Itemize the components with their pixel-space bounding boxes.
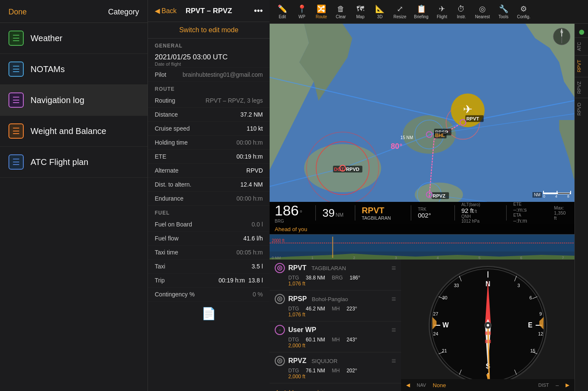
rpvz-mh-val: 202° (346, 368, 357, 374)
nav-ete-label: ETE (513, 202, 521, 207)
next-chevron-icon[interactable]: ▶ (566, 382, 569, 388)
toolbar-route[interactable]: 🔀 Route (312, 3, 331, 21)
toolbar-3d[interactable]: 📐 3D (371, 3, 389, 21)
user-pln: 2,000 ft (275, 343, 396, 349)
wp-rpsp[interactable]: RPSP Bohol-Panglao ≡ DTG 46.2 NM MH 223°… (270, 290, 401, 321)
nearest-label: Nearest (475, 14, 490, 19)
toolbar-clear[interactable]: 🗑 Clear (332, 3, 350, 21)
briefing-icon: 📋 (417, 4, 426, 14)
svg-text:5: 5 (478, 256, 480, 260)
nav-max-label: Max: 1,350 ft (554, 205, 569, 221)
add-waypoint-button[interactable]: + Add a waypoint (270, 383, 401, 391)
toolbar-config[interactable]: ⚙ Config. (514, 3, 534, 21)
user-drag-icon[interactable]: ≡ (391, 326, 396, 335)
toolbar-map[interactable]: 🗺 Map (351, 3, 370, 21)
sidebar-item-notams[interactable]: ☰ NOTAMs (0, 54, 148, 85)
prev-chevron-icon[interactable]: ◀ (406, 382, 410, 388)
rs-rpvz[interactable]: RPVZ (575, 77, 588, 98)
sidebar-item-weight[interactable]: ☰ Weight and Balance (0, 116, 148, 147)
rs-atc[interactable]: ATC (575, 37, 588, 55)
add-waypoint-plus-icon: + (275, 388, 280, 391)
svg-text:27: 27 (433, 311, 438, 316)
user-name: User WP (288, 326, 316, 334)
pdf-button[interactable]: 📄 (148, 302, 270, 326)
rpvt-drag-icon[interactable]: ≡ (391, 264, 396, 273)
svg-text:RPVD: RPVD (346, 167, 359, 172)
svg-text:9: 9 (539, 311, 542, 316)
wp-label: WP (298, 14, 305, 19)
contingency-value: 0 % (253, 291, 263, 298)
toolbar-resize[interactable]: ⤢ Resize (390, 3, 410, 21)
svg-text:1: 1 (311, 256, 313, 260)
rs-rpvt[interactable]: RPVT (575, 55, 588, 76)
category-label: Category (108, 8, 139, 17)
nav-div2 (355, 205, 355, 221)
weather-icon: ☰ (8, 31, 24, 46)
toolbar-tools[interactable]: 🔧 Tools (494, 3, 513, 21)
profile-strip: 2000 ft 0 NM 1 2 3 4 5 6 7 (270, 234, 574, 260)
alternate-value: RPVD (246, 167, 263, 174)
fob-value: 0.0 l (252, 221, 263, 228)
wp-rpvz[interactable]: RPVZ SIQUIJOR ≡ DTG 76.1 NM MH 202° 2,00… (270, 352, 401, 383)
route-section-label: ROUTE (148, 82, 270, 94)
svg-text:6: 6 (520, 256, 522, 260)
back-label: Back (162, 7, 177, 15)
atc-label: ATC Flight plan (31, 157, 88, 167)
toolbar-wp[interactable]: 📍 WP (293, 3, 311, 21)
nearest-icon: ◎ (479, 4, 486, 14)
toolbar-edit[interactable]: ✏️ Edit (273, 3, 292, 21)
sidebar-item-atc[interactable]: ☰ ATC Flight plan (0, 147, 148, 178)
nav-eta-value: –:h:m (513, 218, 527, 224)
nav-brg-label: BRG (275, 219, 284, 223)
resize-icon: ⤢ (397, 4, 403, 14)
navlog-label: Navigation log (31, 95, 84, 105)
edit-mode-button[interactable]: Switch to edit mode (148, 22, 270, 39)
bottom-area: RPVT TAGBILARAN ≡ DTG 38.8 NM BRG 186° 1… (270, 260, 574, 391)
map-area[interactable]: ✈ 80° 15 NM RPVT RPSP BHL (270, 24, 574, 202)
flight-icon: ✈ (439, 4, 445, 14)
svg-text:0 NM: 0 NM (272, 256, 281, 260)
done-button[interactable]: Done (8, 8, 27, 17)
sidebar-item-navlog[interactable]: ☰ Navigation log (0, 85, 148, 116)
rpsp-drag-icon[interactable]: ≡ (391, 295, 396, 304)
nav-destination-sub: TAGBILARAN (362, 215, 391, 221)
nav-div5 (506, 205, 507, 221)
rpvt-pln: 1,076 ft (275, 281, 396, 287)
rpvt-icon (275, 263, 285, 273)
rpsp-subname: Bohol-Panglao (312, 296, 348, 302)
wp-user[interactable]: ○ User WP ≡ DTG 60.1 NM MH 243° 2,000 ft (270, 321, 401, 352)
fuel-flow-label: Fuel flow (155, 235, 178, 242)
weight-icon: ☰ (8, 123, 24, 139)
toolbar-flight[interactable]: ✈ Flight (432, 3, 451, 21)
toolbar-instr[interactable]: ⏱ Instr. (452, 3, 471, 21)
sidebar-item-weather[interactable]: ☰ Weather (0, 23, 148, 54)
back-button[interactable]: ◀ Back (155, 7, 177, 15)
clear-label: Clear (336, 14, 346, 19)
ete-value: 00:19 h:m (237, 153, 263, 160)
fob-label: Fuel on Board (155, 221, 192, 228)
svg-text:E: E (528, 321, 532, 329)
atc-icon: ☰ (8, 154, 24, 170)
user-mh-val: 243° (346, 337, 357, 343)
nav-qnh-value: 1012 hPa (461, 219, 479, 223)
taxi-time-label: Taxi time (155, 249, 178, 256)
wp-rpvt[interactable]: RPVT TAGBILARAN ≡ DTG 38.8 NM BRG 186° 1… (270, 260, 401, 290)
pilot-value: brainhubtesting01@gmail.com (183, 71, 263, 78)
routing-row: Routing RPVT – RPVZ, 3 legs (148, 94, 270, 108)
toolbar-nearest[interactable]: ◎ Nearest (471, 3, 493, 21)
contingency-row: Contingency % 0 % (148, 288, 270, 302)
endurance-value: 00:00 h:m (237, 195, 263, 202)
right-sidebar: ATC RPVT RPVZ RPVD (574, 24, 588, 391)
endurance-row: Endurance 00:00 h:m (148, 192, 270, 206)
distance-row: Distance 37.2 NM (148, 108, 270, 122)
rpvz-drag-icon[interactable]: ≡ (391, 357, 396, 366)
more-button[interactable]: ••• (254, 6, 263, 16)
nav-div1 (315, 205, 316, 221)
toolbar-briefing[interactable]: 📋 Briefing (411, 3, 432, 21)
svg-text:24: 24 (433, 331, 438, 336)
rs-rpvd[interactable]: RPVD (575, 98, 588, 120)
nav-trk-value: 002° (418, 212, 431, 219)
pdf-icon: 📄 (201, 307, 216, 321)
svg-text:15: 15 (530, 348, 535, 353)
rpvt-brg-label: BRG (332, 275, 343, 281)
